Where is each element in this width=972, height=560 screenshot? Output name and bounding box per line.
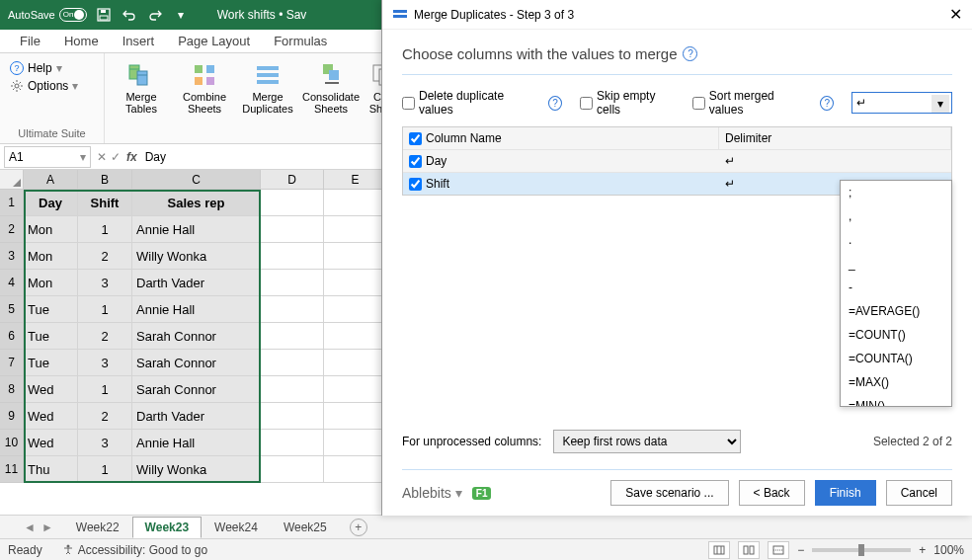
cell[interactable]: Willy Wonka [132, 243, 261, 270]
dropdown-item[interactable]: ; [841, 181, 951, 204]
row-header[interactable]: 1 [0, 190, 24, 216]
save-scenario-button[interactable]: Save scenario ... [610, 480, 728, 506]
cell[interactable] [324, 296, 387, 323]
cell[interactable] [324, 243, 387, 270]
cell[interactable]: Sales rep [132, 190, 261, 216]
cell[interactable]: 2 [78, 403, 132, 430]
combine-sheets-button[interactable]: Combine Sheets [174, 57, 235, 119]
fx-icon[interactable]: fx [126, 150, 137, 164]
brand-label[interactable]: Ablebits▾ [402, 485, 462, 501]
cell[interactable]: 2 [78, 243, 132, 270]
redo-icon[interactable] [146, 6, 164, 24]
chevron-down-icon[interactable]: ▾ [932, 95, 949, 113]
ribbon-tab-insert[interactable]: Insert [111, 30, 167, 52]
delimiter-cell[interactable]: ↵ [719, 150, 951, 172]
sheet-tab[interactable]: Week23 [132, 517, 202, 538]
cell[interactable]: 2 [78, 323, 132, 350]
sort-merged-checkbox[interactable]: Sort merged values [692, 89, 803, 117]
row-header[interactable]: 9 [0, 403, 24, 430]
sheet-tab[interactable]: Week24 [202, 517, 271, 538]
ribbon-tab-page-layout[interactable]: Page Layout [166, 30, 262, 52]
enter-formula-icon[interactable]: ✓ [111, 150, 121, 164]
accessibility-status[interactable]: Accessibility: Good to go [62, 543, 207, 557]
cell[interactable] [261, 456, 324, 483]
cell[interactable]: Wed [24, 376, 78, 403]
f1-help-badge[interactable]: F1 [472, 487, 492, 500]
cell[interactable]: Annie Hall [132, 216, 261, 243]
qat-dropdown-icon[interactable]: ▾ [172, 6, 190, 24]
cell[interactable] [324, 456, 387, 483]
cell[interactable]: Darth Vader [132, 270, 261, 296]
cell[interactable] [324, 323, 387, 350]
cell[interactable]: Annie Hall [132, 296, 261, 323]
delete-duplicates-checkbox[interactable]: Delete duplicate values [402, 89, 530, 117]
cell[interactable]: Day [24, 190, 78, 216]
unprocessed-select[interactable]: Keep first rows data [553, 430, 741, 453]
cell[interactable]: Wed [24, 430, 78, 456]
cell[interactable] [261, 216, 324, 243]
cell[interactable] [324, 190, 387, 216]
cell[interactable] [261, 350, 324, 376]
zoom-level[interactable]: 100% [933, 543, 964, 557]
sheet-nav-next-icon[interactable]: ► [41, 520, 53, 534]
row-header[interactable]: 2 [0, 216, 24, 243]
column-row[interactable]: Day↵ [403, 149, 951, 172]
cell[interactable] [261, 243, 324, 270]
column-header[interactable]: C [132, 170, 261, 190]
cell[interactable]: Mon [24, 243, 78, 270]
cell[interactable]: 3 [78, 350, 132, 376]
cell[interactable]: Mon [24, 216, 78, 243]
select-all-corner[interactable] [0, 170, 24, 190]
sheet-tab[interactable]: Week25 [271, 517, 340, 538]
cell[interactable]: Shift [78, 190, 132, 216]
dropdown-item[interactable]: =COUNT() [841, 323, 951, 347]
row-header[interactable]: 4 [0, 270, 24, 296]
normal-view-button[interactable] [708, 541, 730, 559]
row-header[interactable]: 11 [0, 456, 24, 483]
row-header[interactable]: 8 [0, 376, 24, 403]
help-icon[interactable]: ? [683, 46, 697, 61]
cell[interactable]: Wed [24, 403, 78, 430]
page-break-view-button[interactable] [768, 541, 789, 559]
merge-tables-button[interactable]: Merge Tables [111, 57, 172, 119]
row-header[interactable]: 5 [0, 296, 24, 323]
cell[interactable] [261, 296, 324, 323]
cell[interactable] [324, 270, 387, 296]
cell[interactable]: Thu [24, 456, 78, 483]
ribbon-tab-formulas[interactable]: Formulas [262, 30, 339, 52]
ribbon-tab-home[interactable]: Home [52, 30, 111, 52]
column-header[interactable]: B [78, 170, 132, 190]
finish-button[interactable]: Finish [815, 480, 876, 506]
cell[interactable] [261, 403, 324, 430]
cell[interactable]: 1 [78, 456, 132, 483]
undo-icon[interactable] [121, 6, 138, 24]
cell[interactable] [324, 350, 387, 376]
delimiter-combobox[interactable]: ▾ [851, 92, 952, 114]
column-checkbox[interactable] [409, 178, 422, 191]
cell[interactable]: Tue [24, 350, 78, 376]
cancel-button[interactable]: Cancel [886, 480, 952, 506]
zoom-out-button[interactable]: − [797, 543, 804, 557]
row-header[interactable]: 6 [0, 323, 24, 350]
cell[interactable]: 3 [78, 430, 132, 456]
dropdown-item[interactable]: - [841, 276, 951, 299]
merge-duplicates-button[interactable]: Merge Duplicates [237, 57, 298, 119]
dropdown-item[interactable]: _ [841, 252, 951, 276]
dropdown-item[interactable]: =COUNTA() [841, 347, 951, 370]
cell[interactable] [324, 376, 387, 403]
sheet-nav-prev-icon[interactable]: ◄ [24, 520, 36, 534]
name-box[interactable]: A1▾ [4, 146, 91, 168]
consolidate-sheets-button[interactable]: Consolidate Sheets [300, 57, 362, 119]
column-header[interactable]: A [24, 170, 78, 190]
row-header[interactable]: 3 [0, 243, 24, 270]
cell[interactable] [261, 430, 324, 456]
cell[interactable] [261, 270, 324, 296]
back-button[interactable]: < Back [739, 480, 805, 506]
cell[interactable] [324, 216, 387, 243]
cell[interactable]: Tue [24, 323, 78, 350]
cell[interactable] [261, 190, 324, 216]
select-all-columns-checkbox[interactable] [409, 132, 422, 145]
cell[interactable]: Willy Wonka [132, 456, 261, 483]
help-button[interactable]: ?Help▾ [10, 61, 94, 75]
dropdown-item[interactable]: . [841, 228, 951, 252]
